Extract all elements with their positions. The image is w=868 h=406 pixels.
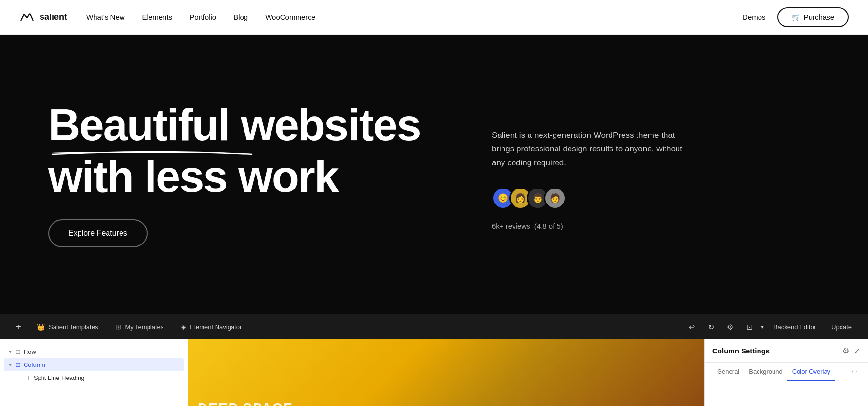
panel-header-icons: ⚙ ⤢ (842, 346, 860, 355)
hero-title-line2: with less work (48, 153, 434, 200)
column-collapse-arrow: ▼ (8, 362, 13, 367)
editor-preview: DEEP SPACE (188, 339, 704, 406)
my-templates-icon: ⊞ (115, 323, 121, 331)
avatar-group: 😊 👩 👨 🧑 (492, 187, 561, 209)
toolbar-tab-salient-templates[interactable]: 👑 Salient Templates (29, 320, 106, 334)
navbar-right: Demos 🛒 Purchase (743, 7, 849, 27)
panel-settings-icon[interactable]: ⚙ (842, 346, 849, 355)
tree-item-column[interactable]: ▼ ⊞ Column (4, 358, 184, 371)
column-icon: ⊞ (15, 361, 21, 368)
undo-button[interactable]: ↩ (683, 318, 700, 336)
editor-left-panel: ▼ ⊟ Row ▼ ⊞ Column T Split Line Heading (0, 339, 188, 406)
row-label: Row (24, 348, 36, 355)
cart-icon: 🛒 (792, 14, 800, 21)
editor-right-panel: Column Settings ⚙ ⤢ General Background C… (704, 339, 868, 406)
panel-expand-icon[interactable]: ⤢ (854, 346, 860, 355)
reviews-section: 😊 👩 👨 🧑 6k+ reviews (4.8 of 5) (492, 187, 694, 230)
avatar-4: 🧑 (544, 187, 566, 209)
panel-tab-color-overlay[interactable]: Color Overlay (787, 363, 835, 381)
column-label: Column (24, 361, 45, 368)
panel-header: Column Settings ⚙ ⤢ (705, 339, 868, 363)
panel-title: Column Settings (712, 347, 770, 355)
update-button[interactable]: Update (825, 321, 858, 334)
nav-woocommerce[interactable]: WooCommerce (265, 13, 315, 21)
logo-icon (19, 12, 35, 23)
toolbar-add-button[interactable]: + (10, 318, 27, 336)
navbar-left: salient What's New Elements Portfolio Bl… (19, 12, 315, 23)
toolbar-right: ↩ ↻ ⚙ ⊡ ▼ Backend Editor Update (683, 318, 858, 336)
hero-title: Beautiful websites with less work (48, 102, 434, 200)
preview-dropdown-arrow[interactable]: ▼ (760, 325, 765, 330)
hero-right: Salient is a next-generation WordPress t… (492, 119, 694, 230)
toolbar-tab-element-navigator[interactable]: ◈ Element Navigator (173, 320, 249, 334)
nav-whats-new[interactable]: What's New (86, 13, 125, 21)
panel-tabs: General Background Color Overlay ··· (705, 363, 868, 381)
nav-portfolio[interactable]: Portfolio (190, 13, 216, 21)
tree-item-row[interactable]: ▼ ⊟ Row (0, 345, 188, 358)
nav-elements[interactable]: Elements (142, 13, 173, 21)
element-navigator-icon: ◈ (181, 323, 186, 331)
split-line-icon: T (27, 374, 31, 381)
logo-text: salient (40, 12, 67, 22)
panel-more-options[interactable]: ··· (848, 363, 860, 381)
toolbar-tab-my-templates[interactable]: ⊞ My Templates (108, 320, 171, 334)
row-collapse-arrow: ▼ (8, 349, 13, 354)
hero-left: Beautiful websites with less work Explor… (48, 102, 434, 247)
hero-title-line1: Beautiful websites (48, 102, 434, 149)
backend-editor-button[interactable]: Backend Editor (767, 321, 823, 334)
nav-links: What's New Elements Portfolio Blog WooCo… (86, 13, 315, 21)
salient-templates-icon: 👑 (37, 323, 45, 331)
hero-section: Beautiful websites with less work Explor… (0, 35, 868, 314)
underline-svg (48, 149, 256, 157)
editor-section: + 👑 Salient Templates ⊞ My Templates ◈ E… (0, 314, 868, 406)
editor-content: ▼ ⊟ Row ▼ ⊞ Column T Split Line Heading … (0, 339, 868, 406)
panel-tab-general[interactable]: General (712, 363, 744, 381)
redo-button[interactable]: ↻ (702, 318, 719, 336)
hero-underline-word: Beautiful (48, 102, 230, 149)
editor-toolbar: + 👑 Salient Templates ⊞ My Templates ◈ E… (0, 314, 868, 339)
preview-button[interactable]: ⊡ (741, 318, 758, 336)
toolbar-left: + 👑 Salient Templates ⊞ My Templates ◈ E… (10, 318, 683, 336)
navbar: salient What's New Elements Portfolio Bl… (0, 0, 868, 35)
split-line-label: Split Line Heading (34, 374, 85, 381)
tree-item-split-line[interactable]: T Split Line Heading (0, 371, 188, 384)
preview-image: DEEP SPACE (188, 339, 704, 406)
nav-blog[interactable]: Blog (233, 13, 248, 21)
hero-description: Salient is a next-generation WordPress t… (492, 129, 694, 169)
panel-tab-background[interactable]: Background (744, 363, 787, 381)
explore-features-button[interactable]: Explore Features (48, 219, 148, 247)
purchase-button[interactable]: 🛒 Purchase (777, 7, 849, 27)
demos-link[interactable]: Demos (743, 13, 766, 21)
reviews-text: 6k+ reviews (4.8 of 5) (492, 222, 563, 230)
row-icon: ⊟ (15, 348, 21, 355)
settings-button[interactable]: ⚙ (721, 318, 739, 336)
logo[interactable]: salient (19, 12, 67, 23)
preview-text: DEEP SPACE (198, 400, 293, 406)
